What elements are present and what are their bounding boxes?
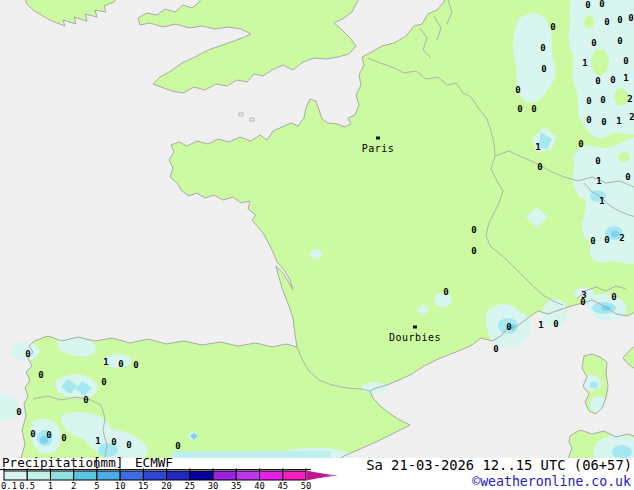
precip-value: 0	[531, 104, 536, 114]
weather-map-page: 0000000001000010002000012010010100002030…	[0, 0, 634, 490]
precip-value: 0	[471, 246, 476, 256]
precip-value: 1	[596, 176, 601, 186]
colorbar-tick-label: 35	[231, 481, 242, 490]
colorbar-segment	[97, 471, 120, 480]
precip-value: 0	[595, 76, 600, 86]
precip-value: 0	[610, 75, 615, 85]
precipitation-map: 0000000001000010002000012010010100002030…	[0, 0, 634, 490]
timestamp: Sa 21-03-2026 12..15 UTC (06+57)	[366, 457, 632, 473]
precip-value: 0	[175, 441, 180, 451]
colorbar-segment	[27, 471, 50, 480]
colorbar-segment	[213, 471, 236, 480]
colorbar-tick-label: 25	[185, 481, 196, 490]
precip-value: 0	[611, 292, 616, 302]
colorbar-segment	[143, 471, 166, 480]
colorbar-segment	[260, 471, 283, 480]
precip-value: 0	[599, 0, 604, 9]
precip-value: 1	[599, 196, 604, 206]
colorbar-segment	[190, 471, 213, 480]
colorbar-tick-label: 0.1	[1, 481, 17, 490]
land-gap	[614, 88, 628, 106]
precip-value: 0	[133, 360, 138, 370]
island-guernsey	[239, 113, 243, 116]
precip-value: 0	[101, 377, 106, 387]
precip-value: 2	[629, 112, 634, 122]
precip-core-strong	[611, 231, 619, 238]
precip-patch	[310, 249, 322, 259]
colorbar-segment	[236, 471, 259, 480]
precip-value: 0	[625, 172, 630, 182]
precip-value: 0	[604, 17, 609, 27]
precip-value: 0	[585, 0, 590, 10]
precip-value: 0	[604, 235, 609, 245]
colorbar-segment	[4, 471, 27, 480]
colorbar-tick-label: 0.5	[19, 481, 35, 490]
precip-core	[590, 382, 598, 389]
colorbar-tick-label: 40	[254, 481, 265, 490]
precip-value: 0	[623, 56, 628, 66]
land-gap	[574, 197, 586, 215]
precip-value: 0	[118, 359, 123, 369]
colorbar-tick-label: 10	[115, 481, 126, 490]
precip-value: 1	[616, 116, 621, 126]
city-dot	[376, 137, 380, 140]
precip-value: 0	[617, 36, 622, 46]
precip-value: 0	[595, 156, 600, 166]
precip-value: 0	[550, 22, 555, 32]
legend-title: Precipitation	[2, 455, 101, 470]
precip-value: 1	[582, 58, 587, 68]
land-gap	[618, 152, 630, 162]
precip-value: 0	[83, 395, 88, 405]
precip-value: 0	[471, 225, 476, 235]
precip-value: 0	[617, 15, 622, 25]
precip-value: 2	[619, 233, 624, 243]
precip-value: 0	[46, 430, 51, 440]
precip-value: 0	[537, 162, 542, 172]
copyright: ©weatheronline.co.uk	[472, 474, 631, 489]
precip-value: 0	[38, 370, 43, 380]
city-label: Paris	[362, 143, 395, 154]
precip-value: 0	[553, 319, 558, 329]
colorbar-segment	[283, 471, 306, 480]
colorbar-tick-label: 45	[277, 481, 288, 490]
colorbar-tick-label: 50	[301, 481, 312, 490]
precip-value: 0	[601, 117, 606, 127]
precip-value: 1	[103, 357, 108, 367]
precip-value: 0	[25, 349, 30, 359]
colorbar-tick-label: 15	[138, 481, 149, 490]
colorbar-segment	[50, 471, 73, 480]
precip-value: 0	[61, 433, 66, 443]
colorbar-segment	[74, 471, 97, 480]
precip-value: 0	[586, 96, 591, 106]
precip-value: 0	[30, 429, 35, 439]
precip-value: 0	[515, 85, 520, 95]
precip-value: 0	[600, 95, 605, 105]
precip-value: 0	[580, 297, 585, 307]
land-gap	[584, 15, 594, 29]
colorbar-segment	[120, 471, 143, 480]
island-jersey	[250, 118, 254, 121]
colorbar-segment	[167, 471, 190, 480]
precip-value: 1	[535, 142, 540, 152]
precip-value: 1	[95, 436, 100, 446]
colorbar-tick-label: 1	[48, 481, 53, 490]
precip-value: 0	[578, 139, 583, 149]
city-label: Dourbies	[389, 332, 441, 343]
colorbar-tick-label: 2	[71, 481, 76, 490]
land-gap	[591, 49, 609, 75]
precip-value: 0	[541, 64, 546, 74]
precip-value: 1	[538, 320, 543, 330]
precip-value: 0	[493, 344, 498, 354]
colorbar-tick-label: 5	[94, 481, 99, 490]
precip-value: 0	[506, 322, 511, 332]
colorbar-tick-label: 30	[208, 481, 219, 490]
precip-value: 0	[590, 236, 595, 246]
precip-value: 0	[517, 104, 522, 114]
legend: Precipitation [mm] ECMWF 0.10.5125101520…	[0, 455, 634, 490]
colorbar-tick-label: 20	[161, 481, 172, 490]
legend-unit: [mm]	[93, 455, 123, 470]
precip-value: 2	[627, 94, 632, 104]
city-dot	[413, 326, 417, 329]
precip-value: 0	[540, 43, 545, 53]
precip-value: 0	[16, 407, 21, 417]
